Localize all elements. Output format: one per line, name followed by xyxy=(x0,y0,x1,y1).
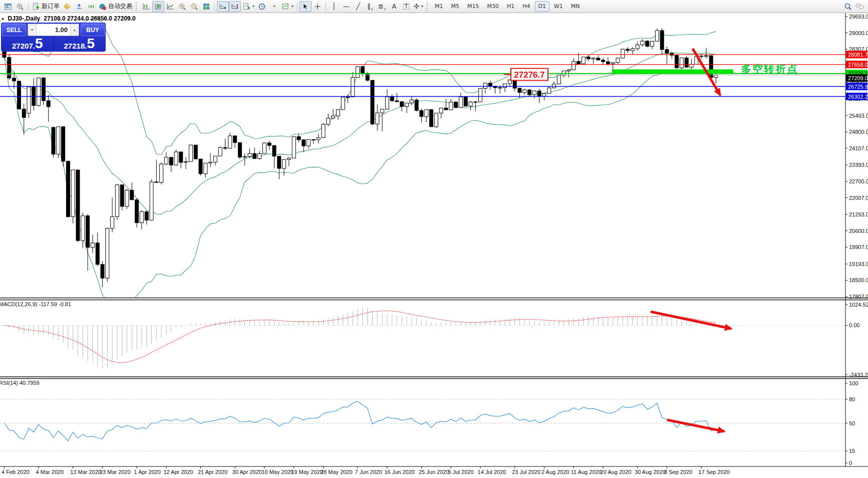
svg-text:80: 80 xyxy=(849,396,855,402)
auto-scroll-icon[interactable] xyxy=(217,1,229,12)
templates-icon[interactable]: ▾ xyxy=(280,1,295,12)
svg-text:13 Mar 2020: 13 Mar 2020 xyxy=(70,469,101,475)
zoom-out-icon[interactable] xyxy=(188,1,200,12)
svg-text:14 Jul 2020: 14 Jul 2020 xyxy=(478,469,506,475)
candlestick-chart-icon[interactable] xyxy=(152,1,164,12)
channel-sub: E xyxy=(371,8,373,12)
chart-canvas[interactable]: 27276.7多空转折点29693.029000.028307.027593.0… xyxy=(0,13,868,478)
svg-text:10 May 2020: 10 May 2020 xyxy=(261,469,294,475)
svg-text:26725.9: 26725.9 xyxy=(848,84,868,90)
arrows-tool-icon[interactable]: ✣▾ xyxy=(412,1,425,12)
svg-text:19907.0: 19907.0 xyxy=(849,244,868,250)
tab-timeframe-m30[interactable]: M30 xyxy=(483,1,502,12)
toolbar: 新订单 自动交易 xyxy=(0,0,868,13)
text-tool-icon[interactable]: A xyxy=(388,1,400,12)
objects-dropdown-caret[interactable]: ▾ xyxy=(268,1,280,12)
zoom-in-icon[interactable] xyxy=(176,1,188,12)
svg-text:11 Aug 2020: 11 Aug 2020 xyxy=(571,469,602,475)
crosshair-icon[interactable] xyxy=(312,1,324,12)
svg-text:5 Jul 2020: 5 Jul 2020 xyxy=(448,469,474,475)
dropdown-caret: ▾ xyxy=(252,4,254,9)
new-order-button[interactable]: 新订单 xyxy=(31,1,61,12)
sell-price[interactable]: 27207.5 xyxy=(2,37,54,51)
price-tag: 26302.2 xyxy=(846,93,868,100)
svg-text:21293.0: 21293.0 xyxy=(849,211,868,217)
volume-input[interactable]: 1.00 xyxy=(37,24,70,36)
svg-text:19 May 2020: 19 May 2020 xyxy=(291,469,323,475)
indicators-add-icon[interactable]: ▾ xyxy=(241,1,256,12)
toolbar-separator xyxy=(214,2,215,11)
rsi-line xyxy=(5,401,716,441)
cursor-icon[interactable] xyxy=(300,1,312,12)
vertical-line-tool-icon[interactable]: │ xyxy=(328,1,340,12)
search-icon[interactable] xyxy=(842,1,854,12)
tab-timeframe-m1[interactable]: M1 xyxy=(431,1,447,12)
chart-symbol-period: DJ30-,Daily xyxy=(8,15,41,22)
chart-shift-icon[interactable] xyxy=(229,1,241,12)
strategy-tester-icon[interactable] xyxy=(14,1,26,12)
one-click-collapse-arrow[interactable]: ▸ xyxy=(2,16,5,21)
bollinger-band xyxy=(5,17,716,155)
fibonacci-tool-icon[interactable]: ≣F xyxy=(376,1,388,12)
svg-text:20600.0: 20600.0 xyxy=(849,228,868,234)
caret-icon: ▾ xyxy=(273,4,275,9)
trendline-tool-icon[interactable]: ╱ xyxy=(352,1,364,12)
tab-timeframe-d1[interactable]: D1 xyxy=(535,1,549,12)
one-click-trading-panel: SELL ▼ 1.00 ▲ BUY 27207.5 27218.5 xyxy=(1,23,106,52)
zone-annotation-text: 多空转折点 xyxy=(741,63,798,75)
volume-increase-button[interactable]: ▲ xyxy=(70,24,79,36)
svg-text:23393.0: 23393.0 xyxy=(849,162,868,168)
rsi-pane xyxy=(0,399,845,451)
date-axis: 4 Feb 20204 Mar 202013 Mar 202023 Mar 20… xyxy=(2,466,730,475)
tab-timeframe-mn[interactable]: MN xyxy=(567,1,584,12)
buy-price-main: 27218. xyxy=(64,42,87,51)
svg-text:1 Apr 2020: 1 Apr 2020 xyxy=(134,469,161,475)
svg-text:29000.0: 29000.0 xyxy=(849,30,868,36)
horizontal-line-tool-icon[interactable]: — xyxy=(340,1,352,12)
community-icon[interactable] xyxy=(73,1,85,12)
charts-window-icon[interactable] xyxy=(2,1,14,12)
buy-price[interactable]: 27218.5 xyxy=(54,37,105,51)
tab-timeframe-m15[interactable]: M15 xyxy=(464,1,483,12)
trend-arrow[interactable] xyxy=(651,312,731,329)
bar-chart-icon[interactable] xyxy=(140,1,152,12)
svg-text:21 Apr 2020: 21 Apr 2020 xyxy=(198,469,227,475)
tab-timeframe-h1[interactable]: H1 xyxy=(503,1,518,12)
svg-text:100: 100 xyxy=(849,380,858,386)
metaeditor-icon[interactable] xyxy=(61,1,73,12)
text-label-tool-icon[interactable]: T xyxy=(400,1,412,12)
tile-windows-icon[interactable] xyxy=(200,1,212,12)
svg-text:26302.2: 26302.2 xyxy=(848,94,868,100)
svg-text:-2433.25: -2433.25 xyxy=(849,372,868,378)
svg-text:28081.7: 28081.7 xyxy=(848,52,868,58)
chat-icon[interactable] xyxy=(854,1,866,12)
autotrading-button[interactable]: 自动交易 xyxy=(97,1,134,12)
channel-tool-icon[interactable]: ∥E xyxy=(364,1,376,12)
sell-button[interactable]: SELL xyxy=(2,24,26,36)
svg-text:8 Sep 2020: 8 Sep 2020 xyxy=(664,469,692,475)
period-clock-icon[interactable] xyxy=(256,1,268,12)
text-glyph: A xyxy=(392,3,397,10)
line-chart-icon[interactable] xyxy=(164,1,176,12)
hline-glyph: — xyxy=(343,3,350,10)
volume-decrease-button[interactable]: ▼ xyxy=(28,24,37,36)
chart-header: ▸ DJ30-,Daily 27108.0 27244.0 26856.0 27… xyxy=(2,15,136,22)
bollinger-band xyxy=(5,53,716,214)
signals-icon[interactable] xyxy=(85,1,97,12)
toolbar-separator xyxy=(297,2,298,11)
volume-control: ▼ 1.00 ▲ xyxy=(28,24,79,36)
macd-pane xyxy=(0,308,845,369)
tab-timeframe-h4[interactable]: H4 xyxy=(519,1,533,12)
tab-timeframe-w1[interactable]: W1 xyxy=(550,1,566,12)
buy-price-big-digit: 5 xyxy=(87,37,95,51)
autotrading-label: 自动交易 xyxy=(108,2,132,11)
svg-text:27209.0: 27209.0 xyxy=(848,75,868,81)
svg-text:2 Aug 2020: 2 Aug 2020 xyxy=(541,469,569,475)
svg-text:12 Apr 2020: 12 Apr 2020 xyxy=(163,469,193,475)
new-order-label: 新订单 xyxy=(42,2,60,11)
channel-glyph: ∥ xyxy=(367,3,371,10)
buy-button[interactable]: BUY xyxy=(81,24,105,36)
svg-text:20 Aug 2020: 20 Aug 2020 xyxy=(601,469,632,475)
dropdown-caret: ▾ xyxy=(292,4,294,9)
tab-timeframe-m5[interactable]: M5 xyxy=(447,1,463,12)
